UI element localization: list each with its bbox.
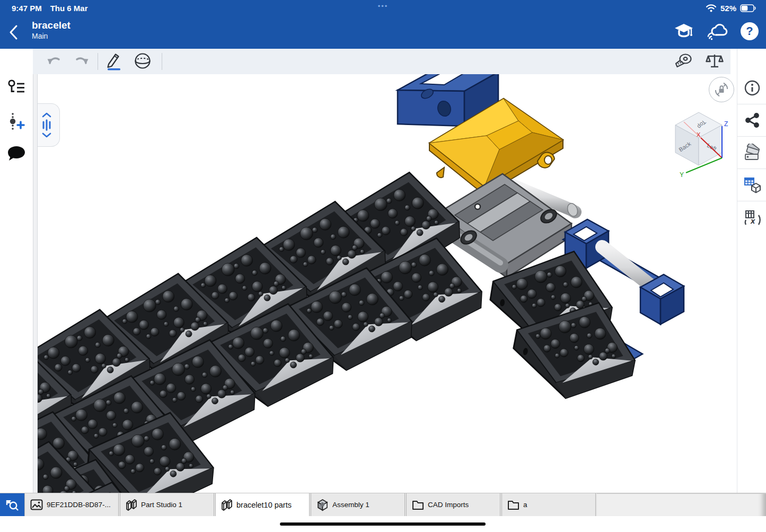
- document-tab-bar: 9EF21DDB-8D87-... Part Studio 1 bracelet…: [0, 493, 766, 517]
- workspace-name: Main: [32, 32, 71, 41]
- tab-label: CAD Imports: [428, 501, 469, 509]
- chevron-down-icon: [42, 132, 51, 138]
- comment-icon[interactable]: [0, 139, 33, 169]
- multitask-dots-icon[interactable]: •••: [378, 2, 389, 10]
- feature-list-icon[interactable]: [0, 73, 33, 103]
- left-sidebar: [0, 49, 33, 493]
- document-title: bracelet: [32, 19, 71, 32]
- svg-text:x: x: [750, 216, 755, 225]
- measure-icon[interactable]: [672, 51, 695, 72]
- tab-assembly-1[interactable]: Assembly 1: [311, 493, 405, 517]
- tab-label: 9EF21DDB-8D87-...: [47, 501, 111, 509]
- rotation-lock-button[interactable]: [709, 77, 734, 102]
- tab-cad-imports[interactable]: CAD Imports: [406, 493, 500, 517]
- search-icon: [5, 498, 20, 512]
- learning-center-icon[interactable]: [673, 20, 695, 42]
- lock-rotate-icon: [714, 82, 729, 97]
- feature-toolbar: [33, 49, 730, 75]
- insert-feature-icon[interactable]: [0, 107, 33, 137]
- folder-icon: [412, 500, 424, 510]
- battery-percent: 52%: [720, 4, 736, 13]
- info-icon[interactable]: [737, 72, 766, 104]
- ios-status-bar: 9:47 PM Thu 6 Mar ••• 52%: [0, 0, 766, 16]
- tab-part-studio-1[interactable]: Part Studio 1: [120, 493, 214, 517]
- configurations-icon[interactable]: [737, 169, 766, 201]
- app-header: bracelet Main ?: [0, 16, 766, 49]
- search-tabs-button[interactable]: [0, 493, 24, 517]
- tab-bar-empty-space: [597, 493, 766, 517]
- tab-bracelet10-parts[interactable]: bracelet10 parts: [215, 493, 310, 517]
- cloud-sync-icon[interactable]: [707, 20, 729, 42]
- drag-handle-icon: [41, 119, 52, 131]
- clock: 9:47 PM: [12, 4, 42, 13]
- tab-label: Part Studio 1: [141, 501, 182, 509]
- appearance-swatches-icon[interactable]: [737, 137, 766, 169]
- axis-x-label: X: [697, 131, 701, 138]
- part-studio-icon: [221, 499, 233, 511]
- view-cube[interactable]: Top Back Left X Z Y: [675, 112, 728, 179]
- drawer-rail[interactable]: [33, 74, 38, 493]
- right-sidebar: x: [737, 49, 766, 493]
- part-studio-icon: [126, 499, 137, 511]
- tab-label: bracelet10 parts: [236, 501, 292, 509]
- sketch-icon[interactable]: [102, 51, 126, 72]
- wifi-icon: [706, 4, 717, 12]
- tab-label: a: [523, 501, 527, 509]
- redo-icon[interactable]: [70, 51, 93, 72]
- sphere-feature-icon[interactable]: [131, 51, 154, 72]
- onshape-app: 9:47 PM Thu 6 Mar ••• 52% bracelet: [0, 0, 766, 532]
- back-button[interactable]: [8, 22, 24, 42]
- part-bracelet-links[interactable]: [33, 171, 484, 493]
- assembly-icon: [316, 499, 329, 511]
- tab-label: Assembly 1: [332, 501, 369, 509]
- image-icon: [30, 499, 43, 510]
- share-icon[interactable]: [737, 104, 766, 136]
- axis-z-label: Z: [724, 120, 728, 128]
- model-viewport[interactable]: Top Back Left X Z Y: [33, 74, 737, 493]
- folder-icon: [507, 500, 520, 510]
- battery-icon: [740, 4, 756, 12]
- undo-icon[interactable]: [42, 51, 66, 72]
- tab-image-document[interactable]: 9EF21DDB-8D87-...: [24, 493, 119, 517]
- axis-y-label: Y: [680, 171, 684, 179]
- feature-drawer-pull[interactable]: [34, 103, 60, 147]
- assembly-3d-view: Top Back Left X Z Y: [33, 74, 737, 493]
- mass-properties-icon[interactable]: [703, 51, 726, 72]
- date: Thu 6 Mar: [50, 4, 88, 13]
- chevron-up-icon: [42, 112, 51, 118]
- tab-a[interactable]: a: [501, 493, 596, 517]
- variables-icon[interactable]: x: [737, 201, 766, 233]
- home-indicator[interactable]: [280, 522, 486, 526]
- help-icon[interactable]: ?: [741, 22, 759, 40]
